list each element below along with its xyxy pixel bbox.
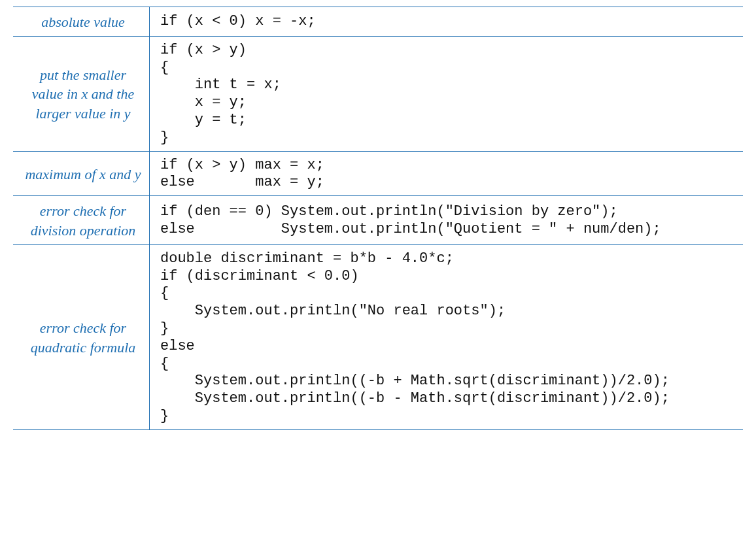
description-cell: maximum of x and y	[13, 151, 150, 196]
table-row: put the smaller value in x and the large…	[13, 36, 743, 151]
code-cell: if (x > y) { int t = x; x = y; y = t; }	[150, 36, 744, 151]
table-row: error check for division operation if (d…	[13, 196, 743, 244]
code-cell: double discriminant = b*b - 4.0*c; if (d…	[150, 244, 744, 429]
code-cell: if (x < 0) x = -x;	[150, 7, 744, 37]
description-cell: error check for division operation	[13, 196, 150, 244]
table-row: absolute value if (x < 0) x = -x;	[13, 7, 743, 37]
table-row: error check for quadratic formula double…	[13, 244, 743, 429]
table-row: maximum of x and y if (x > y) max = x; e…	[13, 151, 743, 196]
description-cell: put the smaller value in x and the large…	[13, 36, 150, 151]
code-cell: if (den == 0) System.out.println("Divisi…	[150, 196, 744, 244]
description-cell: error check for quadratic formula	[13, 244, 150, 429]
code-cell: if (x > y) max = x; else max = y;	[150, 151, 744, 196]
code-examples-table-container: absolute value if (x < 0) x = -x; put th…	[0, 0, 756, 450]
description-cell: absolute value	[13, 7, 150, 37]
code-examples-table: absolute value if (x < 0) x = -x; put th…	[13, 7, 743, 430]
